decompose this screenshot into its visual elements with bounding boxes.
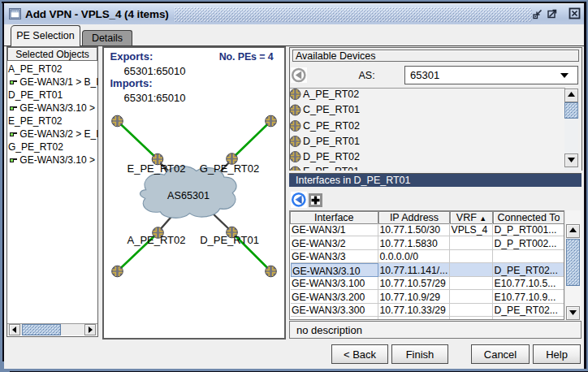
svg-text:AS65301: AS65301	[167, 190, 210, 201]
svg-text:A_PE_RT02: A_PE_RT02	[127, 234, 185, 246]
svg-text:D_PE_RT01: D_PE_RT01	[200, 234, 259, 246]
svg-text:E_PE_RT02: E_PE_RT02	[127, 162, 185, 175]
svg-text:G_PE_RT02: G_PE_RT02	[199, 162, 258, 175]
